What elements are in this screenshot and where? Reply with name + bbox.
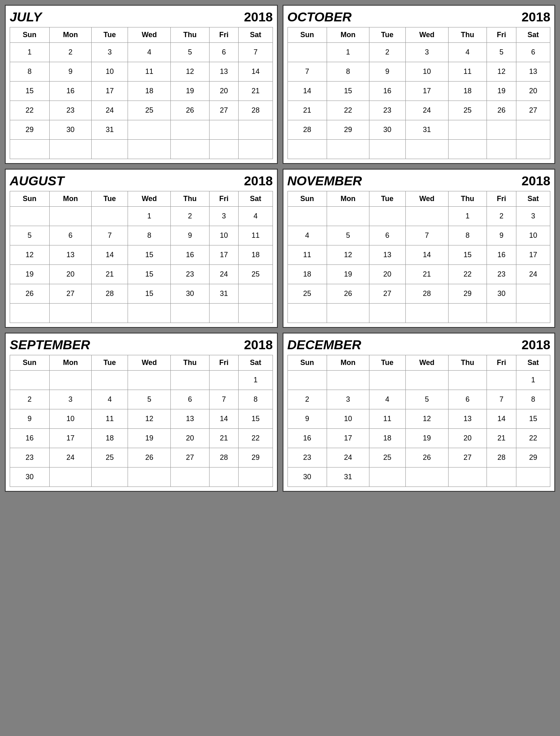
day-cell: 23: [287, 448, 327, 468]
day-cell: 6: [209, 43, 239, 62]
calendar-november: NOVEMBER2018SunMonTueWedThuFriSat1234567…: [283, 169, 556, 328]
day-cell: 22: [516, 429, 550, 448]
day-cell: 24: [209, 265, 239, 284]
table-row: 22232425262728: [10, 101, 273, 120]
day-cell: 23: [369, 101, 405, 120]
table-row: [10, 140, 273, 159]
day-cell: 7: [92, 226, 128, 245]
day-cell: 18: [92, 429, 128, 448]
day-cell: [405, 304, 448, 323]
day-cell: 13: [209, 62, 239, 82]
day-cell: 1: [10, 43, 50, 62]
table-row: [287, 140, 550, 159]
day-cell: [487, 140, 516, 159]
day-cell: 18: [128, 82, 171, 101]
day-header: Thu: [448, 191, 487, 207]
day-cell: 29: [448, 284, 487, 304]
day-cell: 8: [10, 62, 50, 82]
day-cell: 19: [10, 265, 50, 284]
day-cell: 18: [239, 245, 273, 265]
day-cell: [516, 284, 550, 304]
table-row: [287, 304, 550, 323]
table-row: 293031: [10, 120, 273, 140]
day-cell: 21: [487, 429, 516, 448]
day-cell: 4: [287, 226, 327, 245]
day-cell: [128, 371, 171, 390]
calendar-september: SEPTEMBER2018SunMonTueWedThuFriSat123456…: [5, 333, 278, 492]
calendar-table: SunMonTueWedThuFriSat1234567891011121314…: [287, 27, 551, 159]
day-cell: 14: [287, 82, 327, 101]
day-cell: 19: [405, 429, 448, 448]
day-cell: [516, 120, 550, 140]
day-cell: 14: [209, 409, 239, 429]
day-cell: 28: [92, 284, 128, 304]
year-label: 2018: [522, 10, 550, 25]
year-label: 2018: [244, 174, 273, 189]
day-cell: [487, 304, 516, 323]
day-header: Sun: [10, 27, 50, 43]
table-row: 14151617181920: [287, 82, 550, 101]
day-cell: [239, 140, 273, 159]
day-cell: 5: [405, 390, 448, 409]
day-header: Mon: [327, 355, 369, 371]
day-header: Wed: [405, 27, 448, 43]
day-cell: 7: [287, 62, 327, 82]
day-header: Sun: [287, 355, 327, 371]
day-cell: 26: [171, 101, 209, 120]
day-header: Mon: [49, 355, 91, 371]
day-cell: 5: [487, 43, 516, 62]
day-cell: [487, 371, 516, 390]
day-cell: 16: [287, 429, 327, 448]
day-cell: 2: [369, 43, 405, 62]
table-row: 1234: [10, 207, 273, 226]
day-cell: 27: [516, 101, 550, 120]
day-cell: 9: [49, 62, 91, 82]
day-cell: 12: [10, 245, 50, 265]
day-cell: 20: [448, 429, 487, 448]
day-cell: 25: [128, 101, 171, 120]
day-cell: 15: [516, 409, 550, 429]
day-cell: [10, 304, 50, 323]
day-cell: 27: [369, 284, 405, 304]
day-cell: 10: [405, 62, 448, 82]
day-cell: [327, 140, 369, 159]
day-cell: 24: [49, 448, 91, 468]
day-cell: 9: [369, 62, 405, 82]
day-cell: 4: [92, 390, 128, 409]
day-cell: 27: [49, 284, 91, 304]
day-cell: [209, 120, 239, 140]
day-cell: 31: [92, 120, 128, 140]
day-cell: 16: [369, 82, 405, 101]
day-cell: 26: [405, 448, 448, 468]
calendar-table: SunMonTueWedThuFriSat1234567891011121314…: [10, 355, 273, 487]
table-row: 1234567: [10, 43, 273, 62]
day-header: Wed: [405, 355, 448, 371]
day-cell: 7: [487, 390, 516, 409]
day-header: Thu: [171, 27, 209, 43]
day-cell: 10: [516, 226, 550, 245]
day-cell: 29: [10, 120, 50, 140]
day-cell: 12: [128, 409, 171, 429]
day-cell: 4: [239, 207, 273, 226]
day-cell: 11: [287, 245, 327, 265]
day-cell: [287, 304, 327, 323]
day-cell: 10: [327, 409, 369, 429]
day-cell: 6: [49, 226, 91, 245]
day-cell: [448, 304, 487, 323]
day-cell: 6: [448, 390, 487, 409]
day-cell: 16: [487, 245, 516, 265]
day-cell: [327, 207, 369, 226]
day-header: Mon: [327, 191, 369, 207]
day-cell: 8: [327, 62, 369, 82]
day-cell: 27: [209, 101, 239, 120]
day-header: Sat: [516, 191, 550, 207]
day-cell: 18: [369, 429, 405, 448]
calendar-table: SunMonTueWedThuFriSat1234567891011121314…: [287, 191, 551, 323]
day-cell: [171, 371, 209, 390]
table-row: 567891011: [10, 226, 273, 245]
day-cell: 17: [209, 245, 239, 265]
year-label: 2018: [522, 174, 550, 189]
day-cell: 16: [49, 82, 91, 101]
day-cell: [239, 120, 273, 140]
day-cell: [405, 207, 448, 226]
